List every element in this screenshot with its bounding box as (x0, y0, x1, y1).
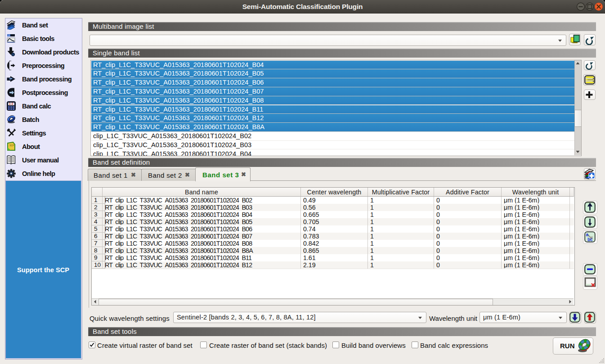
svg-text:bc: bc (587, 237, 593, 242)
svg-text:a: a (586, 232, 589, 237)
svg-text:1·2: 1·2 (9, 102, 13, 105)
svg-text:SCP: SCP (9, 144, 14, 147)
